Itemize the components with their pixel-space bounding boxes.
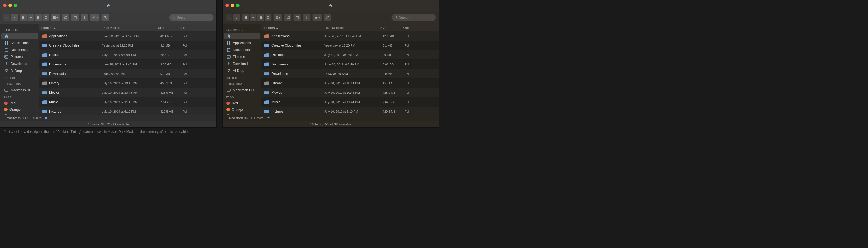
sidebar-item-downloads-left[interactable]: Downloads (1, 61, 38, 67)
sidebar-item-home-right[interactable] (224, 33, 260, 39)
gallery-view-button-left[interactable]: ⊠ (42, 14, 50, 21)
col-date-header-left[interactable]: Date Modified (100, 26, 155, 29)
svg-point-22 (316, 17, 317, 18)
icon-view-button-right[interactable]: ⊞ (242, 14, 249, 21)
path-item-home-left[interactable] (44, 116, 48, 119)
col-kind-header-right[interactable]: Kind (400, 26, 436, 29)
table-row[interactable]: Downloads Today at 2:00 AM 5.9 MB Fol (39, 69, 216, 78)
file-rows-left: Applications June 28, 2019 at 12:43 PM 4… (39, 31, 216, 114)
sidebar-item-downloads-right[interactable]: Downloads (224, 61, 260, 67)
close-button-right[interactable] (225, 4, 229, 7)
table-row[interactable]: Movies July 10, 2019 at 10:48 PM 428.9 M… (261, 88, 439, 97)
share2-button-left[interactable] (101, 13, 109, 21)
share-button-left[interactable] (62, 13, 69, 21)
file-date-1: Yesterday at 12:20 PM (99, 44, 158, 47)
table-row[interactable]: Pictures July 10, 2019 at 6:19 PM 429.5 … (39, 107, 216, 114)
sidebar-item-airdrop-right[interactable]: AirDrop (224, 67, 260, 74)
delete-button-left[interactable] (71, 13, 79, 21)
search-bar-right[interactable]: Search (392, 14, 436, 21)
maximize-button-right[interactable] (236, 4, 240, 7)
forward-button-left[interactable]: › (11, 14, 18, 21)
view-options-button-right[interactable]: ⊞▾ (273, 13, 282, 21)
table-row[interactable]: Movies July 10, 2019 at 10:48 PM 428.9 M… (39, 88, 216, 97)
icon-view-button-left[interactable]: ⊞ (20, 14, 27, 21)
table-row[interactable]: Library July 10, 2019 at 10:11 PM 45.51 … (261, 78, 439, 88)
file-name-6: Movies (272, 91, 321, 95)
table-row[interactable]: Documents June 28, 2019 at 2:40 PM 3.06 … (261, 60, 439, 69)
col-name-header-right[interactable]: Folders (264, 26, 322, 29)
path-item-hd-left[interactable]: Macintosh HD (2, 116, 26, 119)
folder-icon (42, 109, 47, 114)
table-row[interactable]: Downloads Today at 2:00 AM 5.9 MB Fol (261, 69, 439, 78)
delete-button-right[interactable] (293, 13, 301, 21)
sidebar-item-airdrop-left[interactable]: AirDrop (1, 67, 38, 74)
back-button-right[interactable]: ‹ (225, 14, 232, 21)
sidebar-item-home-left[interactable] (1, 33, 38, 39)
file-name-1: Creative Cloud Files (272, 43, 321, 47)
toolbar-right: ‹ › ⊞ ≡ ⊟ ⊠ ⊞▾ (222, 11, 439, 24)
path-item-users-left[interactable]: Users (29, 116, 41, 119)
file-size-3: 3.06 GB (380, 63, 402, 66)
sidebar-item-pictures-left[interactable]: Pictures (1, 54, 38, 60)
col-date-header-right[interactable]: Date Modified (322, 26, 378, 29)
back-button-left[interactable]: ‹ (3, 14, 10, 21)
sidebar-item-tag-orange-left[interactable]: Orange (1, 107, 38, 113)
view-options-button-left[interactable]: ⊞▾ (51, 13, 60, 21)
column-view-button-left[interactable]: ⊟ (35, 14, 42, 21)
file-size-7: 7.64 GB (380, 100, 402, 104)
table-row[interactable]: Applications June 28, 2019 at 12:43 PM 4… (261, 31, 439, 41)
table-row[interactable]: Library July 10, 2019 at 10:11 PM 45.51 … (39, 78, 216, 88)
minimize-button-right[interactable] (230, 4, 234, 7)
path-item-hd-right[interactable]: Macintosh HD (225, 116, 248, 119)
sidebar-item-macintosh-hd-left[interactable]: Macintosh HD (1, 87, 38, 94)
sidebar-item-macintosh-hd-right[interactable]: Macintosh HD (224, 87, 260, 94)
maximize-button-left[interactable] (13, 4, 17, 7)
file-icon-8 (41, 108, 48, 114)
sidebar-item-applications-left[interactable]: Applications (1, 40, 38, 46)
table-row[interactable]: Creative Cloud Files Yesterday at 12:20 … (39, 41, 216, 50)
sidebar-item-documents-left[interactable]: Documents (1, 46, 38, 53)
share-button-right[interactable] (284, 13, 292, 21)
table-row[interactable]: Music July 10, 2019 at 11:41 PM 7.64 GB … (261, 97, 439, 107)
folder-icon (264, 100, 270, 104)
tag-dot-red-left (4, 102, 7, 105)
search-bar-left[interactable]: Search (169, 14, 214, 21)
info-button-right[interactable]: ℹ (303, 13, 311, 21)
list-view-button-left[interactable]: ≡ (27, 14, 34, 21)
path-item-users-right[interactable]: Users (251, 116, 264, 119)
sidebar-item-tag-orange-right[interactable]: Orange (224, 107, 260, 113)
close-button-left[interactable] (3, 4, 7, 7)
forward-button-right[interactable]: › (233, 14, 240, 21)
share2-button-right[interactable] (324, 13, 332, 21)
sidebar-item-applications-right[interactable]: Applications (224, 40, 260, 46)
column-view-button-right[interactable]: ⊟ (257, 14, 264, 21)
col-size-header-right[interactable]: Size (378, 26, 400, 29)
action-button-left[interactable]: ▾ (90, 13, 100, 21)
file-date-5: July 10, 2019 at 10:11 PM (99, 81, 158, 85)
applications-label-right: Applications (233, 41, 251, 45)
sidebar-item-documents-right[interactable]: Documents (224, 46, 260, 53)
sidebar-item-tag-red-left[interactable]: Red (1, 100, 38, 106)
path-item-home-right[interactable] (267, 116, 270, 119)
sidebar-item-tag-red-right[interactable]: Red (224, 100, 260, 106)
gallery-view-button-right[interactable]: ⊠ (265, 14, 272, 21)
table-row[interactable]: Desktop July 11, 2019 at 6:01 PM 29 KB F… (261, 50, 439, 60)
table-row[interactable]: Documents June 28, 2019 at 2:40 PM 3.06 … (39, 60, 216, 69)
sidebar-item-pictures-right[interactable]: Pictures (224, 54, 260, 60)
minimize-button-left[interactable] (8, 4, 12, 7)
col-size-header-left[interactable]: Size (155, 26, 178, 29)
locations-label-left: Locations (0, 80, 39, 86)
table-row[interactable]: Music July 10, 2019 at 11:41 PM 7.64 GB … (39, 97, 216, 107)
file-date-7: July 10, 2019 at 11:41 PM (321, 100, 380, 104)
table-row[interactable]: Desktop July 11, 2019 at 6:01 PM 29 KB F… (39, 50, 216, 60)
info-button-left[interactable]: ℹ (81, 13, 88, 21)
col-name-header-left[interactable]: Folders (41, 26, 100, 29)
table-row[interactable]: Applications June 28, 2019 at 12:43 PM 4… (39, 31, 216, 41)
table-row[interactable]: Creative Cloud Files Yesterday at 12:20 … (261, 41, 439, 50)
file-size-7: 7.64 GB (158, 100, 180, 104)
table-row[interactable]: Pictures July 10, 2019 at 6:19 PM 429.5 … (261, 107, 439, 114)
svg-point-4 (93, 16, 95, 19)
col-kind-header-left[interactable]: Kind (178, 26, 214, 29)
list-view-button-right[interactable]: ≡ (249, 14, 257, 21)
action-button-right[interactable]: ▾ (312, 13, 322, 21)
